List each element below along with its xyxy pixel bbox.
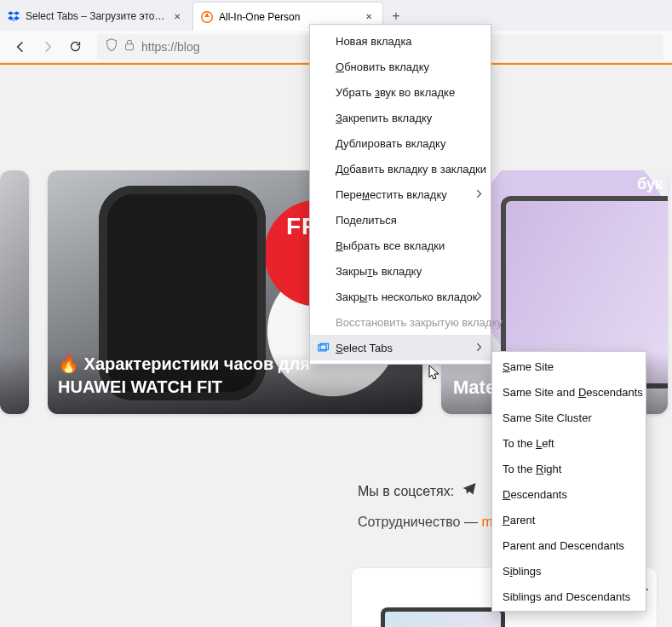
card-partial-left[interactable] [0,170,29,414]
submenu-item[interactable]: Descendants [492,481,646,507]
submenu-item[interactable]: Siblings and Descendants [492,584,646,609]
chevron-right-icon [475,290,482,303]
submenu-item[interactable]: Same Site Cluster [492,405,646,430]
site-icon [200,10,214,24]
shield-icon [106,38,118,55]
url-text: https://blog [141,40,200,54]
submenu-item[interactable]: Parent [492,507,646,532]
close-icon[interactable]: ✕ [170,9,184,23]
dropbox-icon [7,9,20,23]
chevron-right-icon [475,342,482,354]
submenu-item[interactable]: Same Site and Descendants [492,379,646,405]
corner-tag: бук [637,175,663,193]
context-menu-item[interactable]: Убрать звук во вкладке [310,79,491,105]
back-button[interactable] [9,35,32,59]
lock-icon [124,39,135,54]
tab-inactive[interactable]: Select Tabs – Загрузите это рас ✕ [0,2,191,31]
context-menu-item[interactable]: Переместить вкладку [310,181,491,207]
social-label: Мы в соцсетях: [358,484,454,499]
submenu-item[interactable]: Siblings [492,558,646,584]
submenu-item[interactable]: To the Right [492,456,646,481]
context-menu-item[interactable]: Select Tabs [310,335,491,360]
context-menu-item: Восстановить закрытую вкладку [310,309,491,335]
context-menu-item[interactable]: Закрыть несколько вкладок [310,284,491,309]
context-menu: Новая вкладкаОбновить вкладкуУбрать звук… [309,24,491,365]
forward-button[interactable] [36,35,60,59]
context-menu-item[interactable]: Дублировать вкладку [310,130,491,156]
context-menu-item[interactable]: Обновить вкладку [310,54,491,79]
chevron-right-icon [475,188,482,201]
context-menu-item[interactable]: Закрепить вкладку [310,105,491,130]
context-menu-item[interactable]: Выбрать все вкладки [310,233,491,258]
reload-button[interactable] [63,35,87,59]
tab-label: Select Tabs – Загрузите это рас [26,10,165,22]
context-menu-item[interactable]: Закрыть вкладку [310,258,491,284]
submenu-item[interactable]: To the Left [492,430,646,456]
tab-label: All-In-One Person [219,11,357,23]
telegram-icon[interactable] [462,484,477,498]
cursor-icon [428,365,442,382]
context-menu-item[interactable]: Новая вкладка [310,28,491,54]
submenu-item[interactable]: Parent and Descendants [492,532,646,558]
context-menu-item[interactable]: Добавить вкладку в закладки [310,156,491,181]
submenu-item[interactable]: Same Site [492,354,646,379]
select-tabs-icon [317,341,330,354]
context-submenu: Same SiteSame Site and DescendantsSame S… [491,351,646,612]
close-icon[interactable]: ✕ [362,10,376,24]
svg-rect-1 [126,44,134,50]
context-menu-item[interactable]: Поделиться [310,207,491,233]
